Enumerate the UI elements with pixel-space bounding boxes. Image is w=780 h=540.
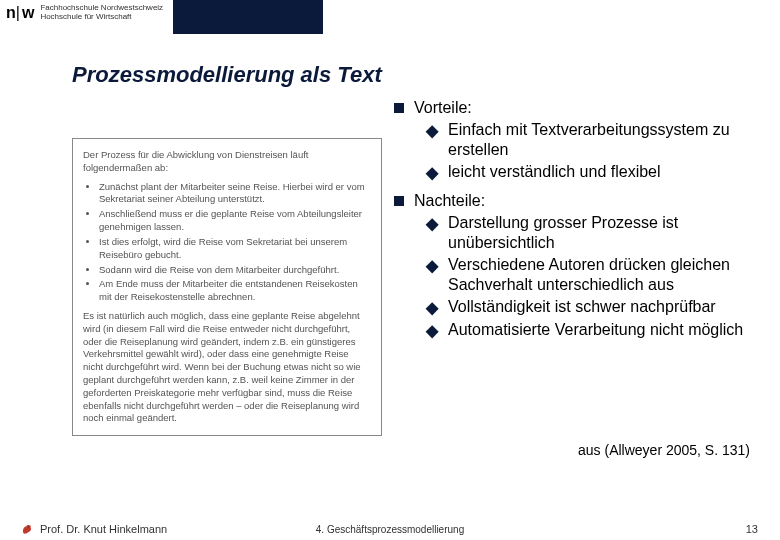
example-item: Am Ende muss der Mitarbeiter die entstan…: [99, 278, 371, 304]
example-text-box: Der Prozess für die Abwicklung von Diens…: [72, 138, 382, 436]
rooster-icon: [20, 522, 34, 536]
list-item: ◆ Vollständigkeit ist schwer nachprüfbar: [426, 297, 762, 318]
diamond-bullet-icon: ◆: [426, 214, 438, 234]
list-item: ◆ leicht verständlich und flexibel: [426, 162, 762, 183]
item-text: Vollständigkeit ist schwer nachprüfbar: [448, 297, 716, 317]
example-item: Zunächst plant der Mitarbeiter seine Rei…: [99, 181, 371, 207]
example-intro: Der Prozess für die Abwicklung von Diens…: [83, 149, 371, 175]
vorteile-heading: Vorteile:: [394, 98, 762, 118]
bullets-region: Vorteile: ◆ Einfach mit Textverarbeitung…: [394, 98, 762, 436]
list-item: ◆ Verschiedene Autoren drücken gleichen …: [426, 255, 762, 295]
example-item: Ist dies erfolgt, wird die Reise vom Sek…: [99, 236, 371, 262]
logo-bar-icon: |: [16, 4, 20, 22]
list-item: ◆ Darstellung grosser Prozesse ist unübe…: [426, 213, 762, 253]
logo-mark: n | w: [6, 4, 34, 22]
nachteile-label: Nachteile:: [414, 191, 485, 211]
vorteile-items: ◆ Einfach mit Textverarbeitungssystem zu…: [426, 120, 762, 183]
square-bullet-icon: [394, 103, 404, 113]
vorteile-label: Vorteile:: [414, 98, 472, 118]
example-item: Sodann wird die Reise von dem Mitarbeite…: [99, 264, 371, 277]
example-paragraph: Es ist natürlich auch möglich, dass eine…: [83, 310, 371, 425]
example-list: Zunächst plant der Mitarbeiter seine Rei…: [99, 181, 371, 304]
svg-point-0: [28, 526, 29, 527]
header-accent-bar: [173, 0, 323, 34]
item-text: Einfach mit Textverarbeitungssystem zu e…: [448, 120, 762, 160]
footer-left: Prof. Dr. Knut Hinkelmann: [20, 522, 167, 536]
logo-letter-n: n: [6, 4, 16, 22]
diamond-bullet-icon: ◆: [426, 121, 438, 141]
citation: aus (Allweyer 2005, S. 131): [0, 442, 780, 458]
footer-chapter: 4. Geschäftsprozessmodellierung: [316, 524, 464, 535]
list-item: ◆ Automatisierte Verarbeitung nicht mögl…: [426, 320, 762, 341]
institution-logo: n | w Fachhochschule Nordwestschweiz Hoc…: [0, 0, 169, 26]
diamond-bullet-icon: ◆: [426, 163, 438, 183]
nachteile-heading: Nachteile:: [394, 191, 762, 211]
item-text: Automatisierte Verarbeitung nicht möglic…: [448, 320, 743, 340]
logo-line2: Hochschule für Wirtschaft: [40, 13, 163, 22]
diamond-bullet-icon: ◆: [426, 321, 438, 341]
item-text: Darstellung grosser Prozesse ist unübers…: [448, 213, 762, 253]
square-bullet-icon: [394, 196, 404, 206]
logo-text: Fachhochschule Nordwestschweiz Hochschul…: [40, 4, 163, 22]
logo-letter-w: w: [22, 4, 34, 22]
slide-header: n | w Fachhochschule Nordwestschweiz Hoc…: [0, 0, 780, 42]
slide-content: Der Prozess für die Abwicklung von Diens…: [0, 98, 780, 436]
example-item: Anschließend muss er die geplante Reise …: [99, 208, 371, 234]
diamond-bullet-icon: ◆: [426, 298, 438, 318]
nachteile-items: ◆ Darstellung grosser Prozesse ist unübe…: [426, 213, 762, 341]
slide-footer: Prof. Dr. Knut Hinkelmann 4. Geschäftspr…: [0, 522, 780, 536]
footer-page-number: 13: [746, 523, 758, 535]
footer-author: Prof. Dr. Knut Hinkelmann: [40, 523, 167, 535]
list-item: ◆ Einfach mit Textverarbeitungssystem zu…: [426, 120, 762, 160]
item-text: Verschiedene Autoren drücken gleichen Sa…: [448, 255, 762, 295]
item-text: leicht verständlich und flexibel: [448, 162, 661, 182]
slide-title: Prozessmodellierung als Text: [72, 62, 780, 88]
diamond-bullet-icon: ◆: [426, 256, 438, 276]
